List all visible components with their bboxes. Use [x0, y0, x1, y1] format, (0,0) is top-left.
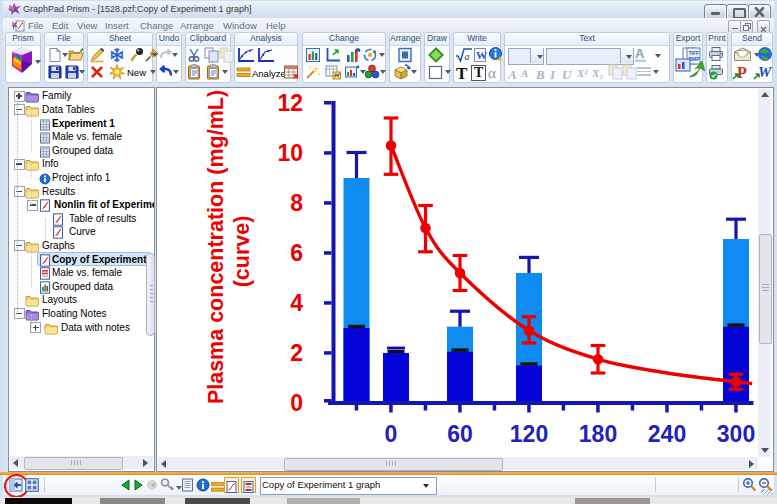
svg-text:240: 240	[648, 421, 686, 447]
svg-text:2: 2	[290, 340, 303, 366]
svg-text:300: 300	[717, 421, 755, 447]
svg-text:6: 6	[290, 240, 303, 266]
svg-text:180: 180	[579, 421, 617, 447]
svg-text:0: 0	[385, 421, 398, 447]
svg-text:10: 10	[277, 140, 303, 166]
svg-text:120: 120	[510, 421, 548, 447]
svg-text:4: 4	[290, 290, 303, 316]
svg-text:0: 0	[290, 390, 303, 416]
svg-text:Plasma concentration (mg/mL): Plasma concentration (mg/mL)	[204, 90, 228, 404]
svg-text:(curve): (curve)	[230, 216, 254, 288]
svg-text:12: 12	[277, 90, 303, 116]
svg-text:60: 60	[447, 421, 473, 447]
svg-text:8: 8	[290, 190, 303, 216]
